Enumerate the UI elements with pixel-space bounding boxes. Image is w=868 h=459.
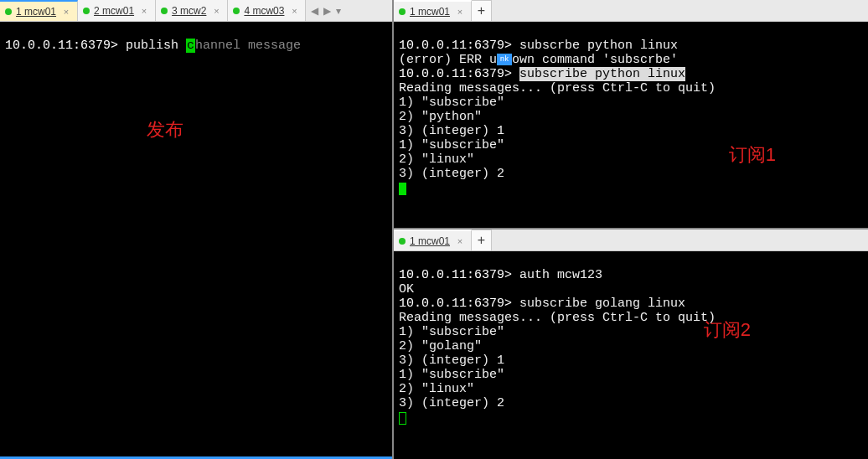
cursor-icon (399, 412, 406, 425)
tab-3[interactable]: 3 mcw2 × (156, 0, 228, 21)
close-icon[interactable]: × (62, 8, 70, 16)
out-line: 2) "linux" (399, 152, 474, 167)
cursor-icon (399, 183, 406, 195)
out-line: 3) (integer) 2 (399, 167, 504, 181)
tab-1[interactable]: 1 mcw01 × (0, 0, 78, 21)
new-tab-button[interactable]: + (472, 0, 492, 21)
out-line: 3) (integer) 1 (399, 353, 504, 368)
out-line: (error) ERR u (399, 53, 497, 67)
tab-1[interactable]: 1 mcw01 × (394, 0, 472, 21)
status-dot-icon (399, 8, 406, 15)
right-pane: 1 mcw01 × + 10.0.0.11:6379> subscrbe pyt… (394, 0, 868, 459)
out-line: 1) "subscribe" (399, 325, 504, 339)
out-line: 1) "subscribe" (399, 95, 504, 110)
left-pane: 1 mcw01 × 2 mcw01 × 3 mcw2 × 4 mcw03 × ◀… (0, 0, 394, 459)
cmd-highlight: subscribe python linux (519, 67, 685, 81)
out-line: own command 'subscrbe' (512, 53, 678, 67)
cmd: subscrbe python linux (519, 39, 678, 53)
close-icon[interactable]: × (140, 7, 148, 15)
annotation-sub1: 订阅1 (729, 147, 776, 162)
right-top-terminal[interactable]: 10.0.0.11:6379> subscrbe python linux (e… (394, 22, 868, 230)
app-split: 1 mcw01 × 2 mcw01 × 3 mcw2 × 4 mcw03 × ◀… (0, 0, 868, 459)
tab-1[interactable]: 1 mcw01 × (394, 230, 472, 250)
prompt: 10.0.0.11:6379> (399, 268, 512, 282)
tab-label: 1 mcw01 (410, 235, 450, 247)
out-line: 2) "linux" (399, 382, 474, 396)
tab-2[interactable]: 2 mcw01 × (78, 0, 156, 21)
ime-badge-icon: nk (497, 54, 512, 65)
out-line: OK (399, 282, 414, 297)
prompt: 10.0.0.11:6379> (5, 39, 118, 53)
cmd: auth mcw123 (519, 268, 602, 282)
tab-label: 3 mcw2 (172, 5, 206, 17)
out-line: 1) "subscribe" (399, 368, 504, 382)
tab-next-icon[interactable]: ▶ (323, 5, 331, 17)
cmd-pre: publish (126, 39, 186, 53)
out-line: 2) "golang" (399, 339, 482, 353)
cursor-char: c (186, 39, 195, 53)
tab-menu-icon[interactable]: ▾ (336, 5, 341, 17)
tab-label: 2 mcw01 (94, 5, 134, 17)
right-bottom-pane: 1 mcw01 × + 10.0.0.11:6379> auth mcw123 … (394, 230, 868, 459)
status-dot-icon (233, 8, 240, 14)
tab-label: 1 mcw01 (16, 6, 56, 18)
status-dot-icon (399, 238, 406, 245)
annotation-publish: 发布 (147, 122, 183, 137)
tab-label: 4 mcw03 (244, 5, 284, 17)
close-icon[interactable]: × (456, 237, 464, 245)
out-line: 2) "python" (399, 110, 482, 124)
new-tab-button[interactable]: + (472, 230, 492, 250)
right-bottom-terminal[interactable]: 10.0.0.11:6379> auth mcw123 OK 10.0.0.11… (394, 251, 868, 459)
out-line: 3) (integer) 2 (399, 396, 504, 410)
out-line: 3) (integer) 1 (399, 124, 504, 138)
right-top-tabbar: 1 mcw01 × + (394, 0, 868, 22)
prompt: 10.0.0.11:6379> (399, 67, 512, 81)
tab-4[interactable]: 4 mcw03 × (228, 0, 306, 21)
tab-prev-icon[interactable]: ◀ (311, 5, 318, 17)
out-line: 1) "subscribe" (399, 138, 504, 152)
out-line: Reading messages... (press Ctrl-C to qui… (399, 81, 716, 95)
tab-nav: ◀ ▶ ▾ (306, 0, 346, 21)
out-line: Reading messages... (press Ctrl-C to qui… (399, 311, 716, 325)
status-dot-icon (83, 8, 90, 14)
close-icon[interactable]: × (290, 7, 298, 15)
cmd: subscribe golang linux (519, 297, 685, 311)
close-icon[interactable]: × (212, 7, 220, 15)
right-top-pane: 1 mcw01 × + 10.0.0.11:6379> subscrbe pyt… (394, 0, 868, 230)
prompt: 10.0.0.11:6379> (399, 39, 512, 53)
left-terminal[interactable]: 10.0.0.11:6379> publish channel message … (0, 22, 392, 459)
cmd-suggestion: hannel message (195, 39, 301, 53)
prompt: 10.0.0.11:6379> (399, 297, 512, 311)
status-dot-icon (161, 8, 168, 14)
tab-label: 1 mcw01 (410, 6, 450, 18)
right-bottom-tabbar: 1 mcw01 × + (394, 230, 868, 251)
close-icon[interactable]: × (456, 8, 464, 16)
status-dot-icon (5, 8, 12, 15)
left-tabbar: 1 mcw01 × 2 mcw01 × 3 mcw2 × 4 mcw03 × ◀… (0, 0, 392, 22)
